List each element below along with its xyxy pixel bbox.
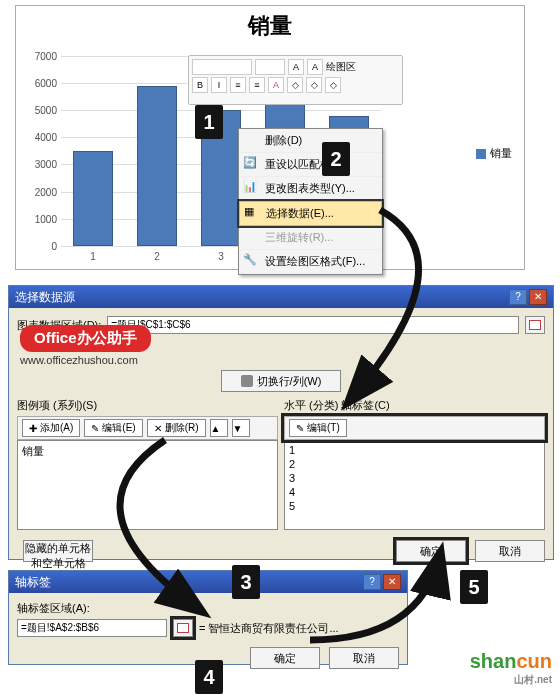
dialog-title: 选择数据源 <box>15 289 75 305</box>
dialog2-title: 轴标签 <box>15 574 51 590</box>
axis-labels-dialog: 轴标签 ? ✕ 轴标签区域(A): = 智恒达商贸有限责任公司... 确定 取消 <box>8 570 408 665</box>
italic-button[interactable]: I <box>211 77 227 93</box>
font-size-dropdown[interactable] <box>255 59 285 75</box>
switch-row-column-button[interactable]: 切换行/列(W) <box>221 370 341 392</box>
add-series-button[interactable]: ✚添加(A) <box>22 419 80 437</box>
range-ref-button-2[interactable] <box>173 619 193 637</box>
category-axis-label: 水平 (分类) 轴标签(C) <box>284 398 545 413</box>
list-item[interactable]: 4 <box>287 485 542 499</box>
step-marker-1: 1 <box>195 105 223 139</box>
delete-icon: ✕ <box>154 423 162 434</box>
cancel-button[interactable]: 取消 <box>475 540 545 562</box>
chart-bar-1[interactable] <box>73 151 113 246</box>
menu-item-select-data[interactable]: ▦选择数据(E)... <box>239 201 382 226</box>
chart-bar-2[interactable] <box>137 86 177 246</box>
align-button-2[interactable]: ≡ <box>249 77 265 93</box>
close-button[interactable]: ✕ <box>529 289 547 305</box>
chart-data-range-input[interactable] <box>107 316 519 334</box>
chart-yaxis: 0 1000 2000 3000 4000 5000 6000 7000 <box>21 56 59 246</box>
axis-label-range-label: 轴标签区域(A): <box>17 601 399 616</box>
list-item[interactable]: 5 <box>287 499 542 513</box>
shape-style-button[interactable]: ◇ <box>325 77 341 93</box>
edit-series-button[interactable]: ✎编辑(E) <box>84 419 142 437</box>
badge-text: Office办公助手 <box>20 325 151 352</box>
dialog2-titlebar[interactable]: 轴标签 ? ✕ <box>9 571 407 593</box>
move-up-button[interactable]: ▲ <box>210 419 228 437</box>
edit-icon: ✎ <box>296 423 304 434</box>
list-item[interactable]: 3 <box>287 471 542 485</box>
menu-item-format-plot-area[interactable]: 🔧设置绘图区格式(F)... <box>239 250 382 274</box>
edit-category-button[interactable]: ✎编辑(T) <box>289 419 347 437</box>
move-down-button[interactable]: ▼ <box>232 419 250 437</box>
list-item[interactable]: 销量 <box>20 443 275 460</box>
hidden-cells-button[interactable]: 隐藏的单元格和空单元格(H) <box>23 540 93 562</box>
select-data-icon: ▦ <box>244 205 260 221</box>
delete-series-button[interactable]: ✕删除(R) <box>147 419 206 437</box>
format-icon: 🔧 <box>243 253 259 269</box>
series-listbox[interactable]: 销量 <box>17 440 278 530</box>
range-ref-button[interactable] <box>525 316 545 334</box>
font-grow-button[interactable]: A <box>288 59 304 75</box>
chart-icon: 📊 <box>243 180 259 196</box>
axis-label-result: = 智恒达商贸有限责任公司... <box>199 621 339 636</box>
font-shrink-button[interactable]: A <box>307 59 323 75</box>
step-marker-2: 2 <box>322 142 350 176</box>
close-button[interactable]: ✕ <box>383 574 401 590</box>
legend-series-label: 图例项 (系列)(S) <box>17 398 278 413</box>
reset-icon: 🔄 <box>243 156 259 172</box>
axis-label-range-input[interactable] <box>17 619 167 637</box>
swap-icon <box>241 375 253 387</box>
menu-item-change-chart-type[interactable]: 📊更改图表类型(Y)... <box>239 177 382 201</box>
bold-button[interactable]: B <box>192 77 208 93</box>
plot-area-label: 绘图区 <box>326 60 356 74</box>
menu-item-reset[interactable]: 🔄重设以匹配样 <box>239 153 382 177</box>
legend-swatch-icon <box>476 149 486 159</box>
add-icon: ✚ <box>29 423 37 434</box>
list-item[interactable]: 1 <box>287 443 542 457</box>
ok-button[interactable]: 确定 <box>396 540 466 562</box>
help-button[interactable]: ? <box>509 289 527 305</box>
badge-url: www.officezhushou.com <box>20 354 151 366</box>
outline-color-button[interactable]: ◇ <box>306 77 322 93</box>
list-item[interactable]: 2 <box>287 457 542 471</box>
mini-format-toolbar[interactable]: A A 绘图区 B I ≡ ≡ A ◇ ◇ ◇ <box>188 55 403 105</box>
align-button[interactable]: ≡ <box>230 77 246 93</box>
fill-color-button[interactable]: ◇ <box>287 77 303 93</box>
cancel-button-2[interactable]: 取消 <box>329 647 399 669</box>
menu-item-3d-rotate: 三维旋转(R)... <box>239 226 382 250</box>
dialog-titlebar[interactable]: 选择数据源 ? ✕ <box>9 286 553 308</box>
chart-title: 销量 <box>16 11 524 41</box>
font-family-dropdown[interactable] <box>192 59 252 75</box>
category-listbox[interactable]: 1 2 3 4 5 <box>284 440 545 530</box>
category-toolbar: ✎编辑(T) <box>284 416 545 440</box>
series-toolbar: ✚添加(A) ✎编辑(E) ✕删除(R) ▲ ▼ <box>17 416 278 440</box>
font-color-button[interactable]: A <box>268 77 284 93</box>
help-button[interactable]: ? <box>363 574 381 590</box>
ok-button-2[interactable]: 确定 <box>250 647 320 669</box>
step-marker-5: 5 <box>460 570 488 604</box>
menu-item-delete[interactable]: 删除(D) <box>239 129 382 153</box>
shancun-logo: shancun 山村.net <box>470 650 552 687</box>
step-marker-3: 3 <box>232 565 260 599</box>
chart-legend[interactable]: 销量 <box>476 146 512 161</box>
context-menu: 删除(D) 🔄重设以匹配样 📊更改图表类型(Y)... ▦选择数据(E)... … <box>238 128 383 275</box>
step-marker-4: 4 <box>195 660 223 694</box>
edit-icon: ✎ <box>91 423 99 434</box>
office-assistant-badge: Office办公助手 www.officezhushou.com <box>20 325 151 366</box>
